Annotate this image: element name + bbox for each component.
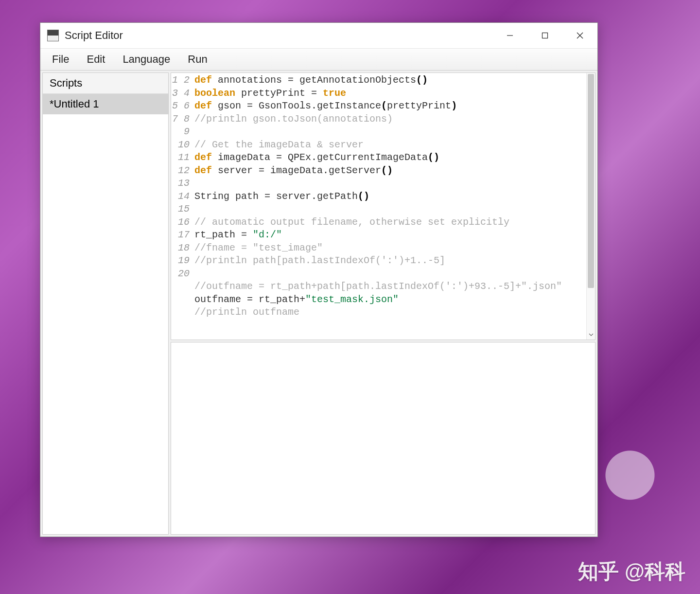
minimize-icon bbox=[507, 32, 513, 39]
menu-edit[interactable]: Edit bbox=[78, 49, 114, 70]
svg-rect-1 bbox=[542, 33, 548, 38]
menu-language[interactable]: Language bbox=[114, 49, 179, 70]
menu-run[interactable]: Run bbox=[179, 49, 216, 70]
right-panels: 1 2 3 4 5 6 7 8 9 10 11 12 13 14 15 16 1… bbox=[171, 72, 595, 535]
script-editor-window: Script Editor File Edit Language Run bbox=[40, 22, 598, 537]
code-content[interactable]: def annotations = getAnnotationObjects()… bbox=[192, 73, 595, 340]
app-icon bbox=[47, 30, 59, 41]
sidebar-header: Scripts bbox=[43, 73, 168, 94]
titlebar[interactable]: Script Editor bbox=[40, 23, 597, 48]
scripts-sidebar: Scripts *Untitled 1 bbox=[42, 72, 169, 535]
window-title: Script Editor bbox=[65, 29, 492, 42]
maximize-button[interactable] bbox=[527, 23, 562, 48]
close-icon bbox=[577, 32, 583, 39]
maximize-icon bbox=[542, 32, 548, 39]
line-number-gutter: 1 2 3 4 5 6 7 8 9 10 11 12 13 14 15 16 1… bbox=[171, 73, 192, 340]
close-button[interactable] bbox=[562, 23, 597, 48]
scripts-list[interactable]: *Untitled 1 bbox=[43, 94, 168, 534]
scroll-down-icon[interactable] bbox=[587, 331, 595, 339]
body-split: Scripts *Untitled 1 1 2 3 4 5 6 7 8 9 10… bbox=[40, 71, 597, 537]
scrollbar-thumb[interactable] bbox=[588, 74, 594, 288]
menu-file[interactable]: File bbox=[43, 49, 78, 70]
code-editor[interactable]: 1 2 3 4 5 6 7 8 9 10 11 12 13 14 15 16 1… bbox=[171, 72, 595, 340]
output-panel[interactable] bbox=[171, 342, 595, 535]
window-controls bbox=[492, 23, 597, 48]
minimize-button[interactable] bbox=[492, 23, 527, 48]
watermark-text: 知乎 @科科 bbox=[578, 558, 685, 585]
menubar: File Edit Language Run bbox=[40, 48, 597, 71]
vertical-scrollbar[interactable] bbox=[586, 73, 595, 340]
script-list-item[interactable]: *Untitled 1 bbox=[43, 94, 168, 114]
desktop-background: Script Editor File Edit Language Run bbox=[0, 0, 700, 594]
